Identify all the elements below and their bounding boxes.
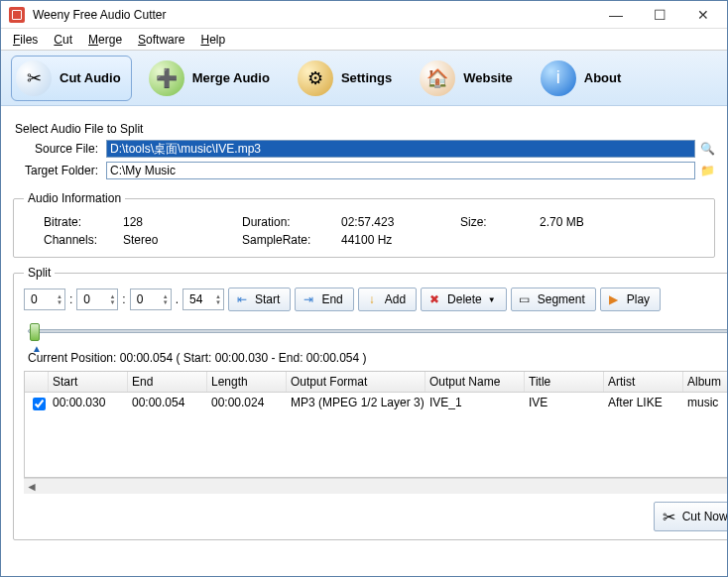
- toolbar-about-label: About: [584, 70, 622, 85]
- channels-label: Channels:: [44, 233, 123, 247]
- gear-icon: ⚙: [298, 60, 333, 96]
- toolbar-website-label: Website: [463, 70, 513, 85]
- duration-label: Duration:: [242, 215, 341, 229]
- ms-spinner[interactable]: 54▲▼: [182, 288, 224, 310]
- horizontal-scrollbar[interactable]: ◄►: [24, 478, 728, 494]
- size-label: Size:: [460, 215, 540, 229]
- browse-source-icon[interactable]: 🔍: [699, 141, 715, 157]
- merge-icon: ➕: [149, 60, 184, 96]
- col-name[interactable]: Output Name: [425, 372, 525, 392]
- window-title: Weeny Free Audio Cutter: [31, 8, 594, 22]
- col-end[interactable]: End: [128, 372, 207, 392]
- info-icon: i: [541, 60, 576, 96]
- delete-button[interactable]: ✖Delete▼: [421, 288, 507, 311]
- delete-icon: ✖: [427, 292, 441, 306]
- menu-software[interactable]: Software: [130, 31, 192, 49]
- app-icon: [9, 7, 25, 23]
- minutes-spinner[interactable]: 0▲▼: [76, 288, 118, 310]
- slider-thumb[interactable]: [30, 323, 40, 341]
- end-button[interactable]: ⇥End: [295, 288, 353, 311]
- seconds-spinner[interactable]: 0▲▼: [130, 288, 172, 310]
- split-legend: Split: [24, 266, 55, 280]
- segments-grid: Start End Length Output Format Output Na…: [24, 371, 728, 478]
- menu-merge[interactable]: Merge: [80, 31, 130, 49]
- target-folder-label: Target Folder:: [13, 164, 102, 177]
- scissors-icon: ✂: [16, 60, 52, 96]
- start-button[interactable]: ⇤Start: [228, 288, 291, 311]
- menu-files[interactable]: Files: [5, 31, 46, 49]
- menubar: Files Cut Merge Software Help: [1, 29, 727, 51]
- home-icon: 🏠: [420, 60, 455, 96]
- maximize-button[interactable]: ☐: [638, 1, 681, 29]
- size-value: 2.70 MB: [540, 215, 619, 229]
- toolbar-merge-audio[interactable]: ➕ Merge Audio: [144, 56, 281, 101]
- grid-header: Start End Length Output Format Output Na…: [25, 372, 728, 393]
- toolbar-about[interactable]: i About: [536, 56, 633, 101]
- source-file-input[interactable]: [106, 140, 695, 158]
- current-position-label: Current Position: 00:00.054 ( Start: 00:…: [24, 349, 728, 371]
- toolbar-settings[interactable]: ⚙ Settings: [293, 56, 403, 101]
- duration-value: 02:57.423: [341, 215, 460, 229]
- channels-value: Stereo: [123, 233, 242, 247]
- col-format[interactable]: Output Format: [287, 372, 425, 392]
- col-title[interactable]: Title: [525, 372, 604, 392]
- col-artist[interactable]: Artist: [604, 372, 683, 392]
- position-slider[interactable]: ▲: [28, 321, 728, 345]
- source-file-label: Source File:: [13, 142, 102, 156]
- minimize-button[interactable]: —: [594, 1, 638, 29]
- end-marker-icon: ⇥: [302, 292, 315, 306]
- select-file-label: Select Audio File to Split: [15, 122, 713, 136]
- browse-target-icon[interactable]: 📁: [699, 163, 715, 178]
- titlebar: Weeny Free Audio Cutter — ☐ ✕: [1, 1, 727, 29]
- toolbar-website[interactable]: 🏠 Website: [415, 56, 524, 101]
- col-album[interactable]: Album: [683, 372, 728, 392]
- play-button[interactable]: ▶Play: [600, 288, 661, 311]
- close-button[interactable]: ✕: [681, 1, 725, 29]
- row-checkbox[interactable]: [33, 398, 46, 410]
- cut-now-label: Cut Now!: [682, 510, 728, 523]
- segment-button[interactable]: ▭Segment: [511, 288, 596, 311]
- col-length[interactable]: Length: [207, 372, 287, 392]
- segment-icon: ▭: [518, 292, 532, 306]
- col-start[interactable]: Start: [49, 372, 128, 392]
- menu-cut[interactable]: Cut: [46, 31, 80, 49]
- add-button[interactable]: ↓Add: [358, 288, 417, 311]
- play-icon: ▶: [607, 292, 621, 306]
- samplerate-label: SampleRate:: [242, 233, 341, 247]
- start-marker-icon: ⇤: [235, 292, 249, 306]
- samplerate-value: 44100 Hz: [341, 233, 460, 247]
- bitrate-label: Bitrate:: [44, 215, 123, 229]
- toolbar: ✂ Cut Audio ➕ Merge Audio ⚙ Settings 🏠 W…: [1, 51, 727, 106]
- target-folder-input[interactable]: [106, 162, 695, 179]
- slider-marker-icon: ▲: [32, 343, 42, 354]
- bitrate-value: 128: [123, 215, 242, 229]
- toolbar-cut-audio[interactable]: ✂ Cut Audio: [11, 56, 132, 101]
- menu-help[interactable]: Help: [192, 31, 233, 49]
- audio-info-fieldset: Audio Information Bitrate: 128 Duration:…: [13, 191, 715, 258]
- split-fieldset: Split 0▲▼: 0▲▼: 0▲▼. 54▲▼ ⇤Start ⇥End ↓A…: [13, 266, 728, 540]
- hours-spinner[interactable]: 0▲▼: [24, 288, 65, 310]
- toolbar-merge-label: Merge Audio: [192, 70, 270, 85]
- down-arrow-icon: ↓: [365, 292, 379, 306]
- file-fieldset: Select Audio File to Split Source File: …: [13, 116, 715, 183]
- scissors-icon: ✂: [663, 508, 676, 526]
- toolbar-settings-label: Settings: [341, 70, 392, 85]
- toolbar-cut-label: Cut Audio: [60, 70, 121, 85]
- audio-info-legend: Audio Information: [24, 191, 125, 205]
- cut-now-button[interactable]: ✂ Cut Now!: [654, 502, 728, 531]
- table-row[interactable]: 00:00.030 00:00.054 00:00.024 MP3 (MPEG …: [25, 393, 728, 416]
